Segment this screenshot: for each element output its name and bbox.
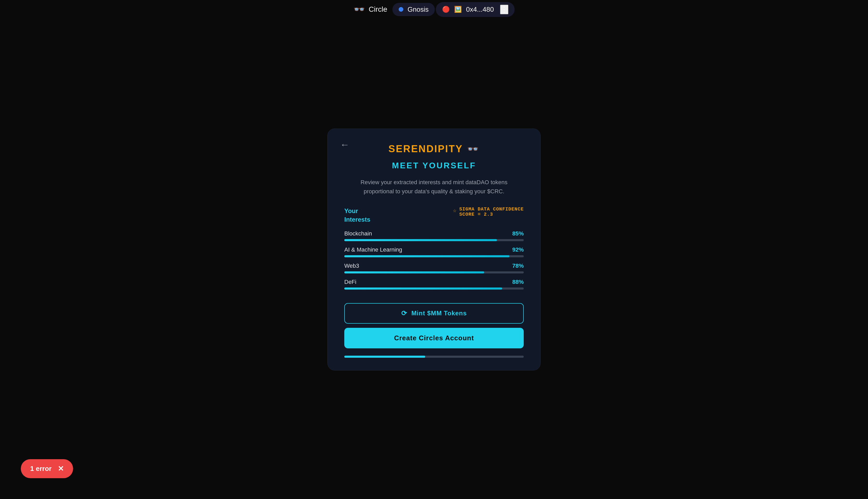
score-label: SCORE = 2.3 bbox=[459, 212, 524, 217]
progress-fill bbox=[344, 239, 497, 241]
interest-item: AI & Machine Learning 92% bbox=[344, 246, 524, 257]
progress-fill bbox=[344, 288, 502, 290]
bottom-progress-track bbox=[344, 356, 524, 358]
network-label: Gnosis bbox=[408, 5, 429, 13]
star-icon: ☆ bbox=[453, 207, 457, 214]
progress-track bbox=[344, 239, 524, 241]
topbar: 👓 Circle Gnosis 🔴 🖼️ 0x4...480 ⋮ bbox=[0, 0, 868, 19]
interests-header: Your Interests ☆ SIGMA DATA CONFIDENCE S… bbox=[344, 207, 524, 224]
logo-icon: 👓 bbox=[354, 4, 364, 15]
interest-item: Blockchain 85% bbox=[344, 230, 524, 241]
sigma-label: SIGMA DATA CONFIDENCE bbox=[459, 207, 524, 212]
sigma-score: ☆ SIGMA DATA CONFIDENCE SCORE = 2.3 bbox=[453, 207, 524, 217]
modal-title-text: SERENDIPITY bbox=[388, 143, 463, 155]
error-label: 1 error bbox=[30, 465, 51, 473]
interest-pct: 88% bbox=[512, 279, 524, 285]
interest-pct: 92% bbox=[512, 246, 524, 253]
wallet-icon2: 🖼️ bbox=[454, 6, 462, 13]
interest-pct: 78% bbox=[512, 263, 524, 269]
interest-name: DeFi bbox=[344, 279, 356, 285]
interest-name: Web3 bbox=[344, 263, 359, 269]
back-button[interactable]: ← bbox=[340, 139, 349, 150]
topbar-logo: 👓 Circle bbox=[354, 4, 390, 15]
interest-name: AI & Machine Learning bbox=[344, 246, 402, 253]
create-circles-button[interactable]: Create Circles Account bbox=[344, 328, 524, 348]
modal-card: ← SERENDIPITY 👓 MEET YOURSELF Review you… bbox=[327, 129, 541, 370]
interests-list: Blockchain 85% AI & Machine Learning 92%… bbox=[344, 230, 524, 290]
more-button[interactable]: ⋮ bbox=[500, 5, 508, 14]
network-pill[interactable]: Gnosis bbox=[393, 3, 435, 16]
progress-track bbox=[344, 255, 524, 257]
network-status-dot bbox=[399, 7, 403, 12]
progress-fill bbox=[344, 255, 509, 257]
interests-section: Your Interests ☆ SIGMA DATA CONFIDENCE S… bbox=[344, 207, 524, 295]
wallet-address: 0x4...480 bbox=[466, 5, 494, 13]
modal-title: SERENDIPITY 👓 bbox=[388, 143, 480, 155]
mint-button-label: Mint $MM Tokens bbox=[411, 309, 467, 317]
progress-track bbox=[344, 271, 524, 273]
error-toast: 1 error ✕ bbox=[21, 459, 73, 478]
interests-label: Your Interests bbox=[344, 207, 370, 224]
app-label: Circle bbox=[369, 5, 387, 13]
progress-fill bbox=[344, 271, 484, 273]
bottom-progress-fill bbox=[344, 356, 425, 358]
wallet-icon1: 🔴 bbox=[442, 6, 450, 13]
modal-title-icon: 👓 bbox=[467, 144, 480, 155]
error-close-button[interactable]: ✕ bbox=[58, 464, 64, 473]
mint-button[interactable]: ⟳ Mint $MM Tokens bbox=[344, 303, 524, 324]
interest-item: DeFi 88% bbox=[344, 279, 524, 290]
wallet-section[interactable]: 🔴 🖼️ 0x4...480 ⋮ bbox=[436, 2, 514, 17]
modal-description: Review your extracted interests and mint… bbox=[359, 178, 509, 196]
mint-icon: ⟳ bbox=[401, 309, 407, 317]
interest-pct: 85% bbox=[512, 230, 524, 237]
modal-overlay: ← SERENDIPITY 👓 MEET YOURSELF Review you… bbox=[0, 0, 868, 499]
progress-track bbox=[344, 288, 524, 290]
modal-subtitle: MEET YOURSELF bbox=[392, 161, 476, 170]
interest-name: Blockchain bbox=[344, 230, 372, 237]
interest-item: Web3 78% bbox=[344, 263, 524, 273]
